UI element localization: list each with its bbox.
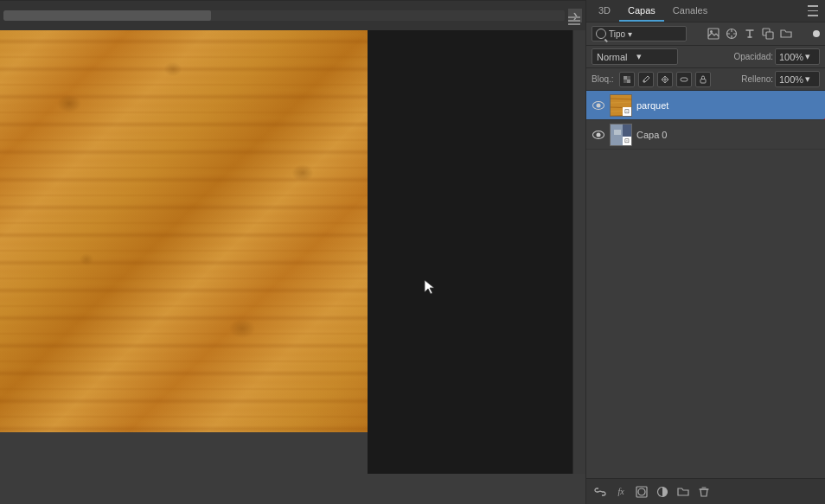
blend-mode-row: Normal ▾ Opacidad: 100% ▾ xyxy=(586,46,825,68)
lock-row: Bloq.: xyxy=(586,68,825,91)
layer-visibility-toggle[interactable] xyxy=(592,128,605,142)
lock-transparency-button[interactable] xyxy=(619,72,635,87)
panel-bottom-toolbar: fx xyxy=(586,478,825,504)
layer-item[interactable]: ⊡ parquet ↓ xyxy=(586,91,825,120)
filter-dropdown[interactable]: Tipo ▾ xyxy=(592,26,687,41)
canvas-background xyxy=(368,0,585,474)
canvas-menu-button[interactable] xyxy=(568,15,582,27)
fill-chevron: ▾ xyxy=(805,73,810,85)
group-layers-button[interactable] xyxy=(675,483,692,501)
menu-line-3 xyxy=(568,23,580,25)
filter-smart-icon[interactable] xyxy=(760,26,776,41)
fill-input[interactable]: 100% ▾ xyxy=(775,71,820,87)
svg-rect-4 xyxy=(766,32,773,39)
tab-3d[interactable]: 3D xyxy=(590,0,619,22)
svg-rect-8 xyxy=(627,76,630,80)
smart-object-badge: ⊡ xyxy=(623,137,631,145)
bottom-bar: ❯ xyxy=(0,0,585,30)
opacity-chevron: ▾ xyxy=(805,51,810,62)
svg-rect-19 xyxy=(611,124,623,146)
blend-mode-dropdown[interactable]: Normal ▾ xyxy=(592,48,678,65)
blend-mode-value: Normal xyxy=(597,52,634,62)
fx-label: fx xyxy=(617,487,624,496)
canvas-area: ❯ xyxy=(0,0,585,504)
add-adjustment-button[interactable] xyxy=(654,483,671,501)
lock-artboard-button[interactable] xyxy=(676,72,692,87)
blend-mode-chevron: ▾ xyxy=(636,51,674,62)
filter-chevron: ▾ xyxy=(628,29,632,39)
svg-rect-7 xyxy=(624,80,627,83)
filter-row: Tipo ▾ xyxy=(586,22,825,46)
lock-pixels-button[interactable] xyxy=(638,72,654,87)
panel-bottom-tools: fx xyxy=(592,483,713,501)
layer-list: ⊡ parquet ↓ xyxy=(586,91,825,478)
add-mask-button[interactable] xyxy=(633,483,650,501)
smart-object-badge: ⊡ xyxy=(623,107,631,116)
tab-capas[interactable]: Capas xyxy=(619,0,664,22)
svg-rect-21 xyxy=(614,130,621,135)
menu-line-2 xyxy=(568,20,580,22)
layer-name: Capa 0 xyxy=(636,130,820,140)
lock-label: Bloq.: xyxy=(592,74,614,84)
svg-rect-10 xyxy=(681,78,688,81)
svg-rect-0 xyxy=(708,29,719,39)
eye-icon xyxy=(592,101,604,110)
panel-menu-line-3 xyxy=(808,15,818,16)
delete-layer-button[interactable] xyxy=(695,483,713,501)
tab-canales[interactable]: Canales xyxy=(664,0,716,22)
lock-position-button[interactable] xyxy=(657,72,673,87)
svg-rect-11 xyxy=(700,79,706,83)
search-icon xyxy=(596,29,606,39)
layer-thumbnail: ⊡ xyxy=(610,124,632,146)
main-area: ❯ 3D Capas Canales xyxy=(0,0,825,504)
svg-point-9 xyxy=(643,80,645,82)
layer-visibility-toggle[interactable] xyxy=(592,99,605,112)
dot-indicator xyxy=(813,30,820,37)
layer-name: parquet xyxy=(636,100,820,111)
panel-tabs: 3D Capas Canales xyxy=(586,0,825,22)
scrollbar-horizontal-thumb[interactable] xyxy=(3,10,211,21)
svg-point-1 xyxy=(710,30,713,33)
eye-icon xyxy=(592,131,604,139)
opacity-control: Opacidad: 100% ▾ xyxy=(733,48,820,65)
panel-menu-line-2 xyxy=(808,10,818,12)
right-panel: 3D Capas Canales Tipo ▾ xyxy=(585,0,825,504)
fill-control: Relleno: 100% ▾ xyxy=(741,71,820,87)
filter-image-icon[interactable] xyxy=(706,26,721,41)
panel-menu-line-1 xyxy=(808,5,818,7)
fill-label: Relleno: xyxy=(741,74,773,84)
menu-line-1 xyxy=(568,16,580,18)
scrollbar-horizontal[interactable] xyxy=(3,10,565,21)
svg-point-24 xyxy=(638,488,645,495)
svg-rect-5 xyxy=(624,76,627,80)
panel-menu-button[interactable] xyxy=(808,4,822,18)
scrollbar-vertical[interactable] xyxy=(572,0,585,474)
svg-rect-6 xyxy=(627,80,630,83)
lock-all-button[interactable] xyxy=(695,72,711,87)
filter-icons xyxy=(706,26,794,41)
layer-thumbnail: ⊡ xyxy=(610,94,632,117)
filter-adjust-icon[interactable] xyxy=(724,26,739,41)
canvas-image xyxy=(0,0,368,432)
layer-item[interactable]: ⊡ Capa 0 xyxy=(586,120,825,150)
fx-button[interactable]: fx xyxy=(612,483,630,501)
opacity-input[interactable]: 100% ▾ xyxy=(775,48,820,65)
filter-text-icon[interactable] xyxy=(742,26,758,41)
link-layers-button[interactable] xyxy=(592,483,609,501)
lock-icons xyxy=(619,72,711,87)
filter-folder-icon[interactable] xyxy=(778,26,794,41)
opacity-label: Opacidad: xyxy=(733,52,773,61)
